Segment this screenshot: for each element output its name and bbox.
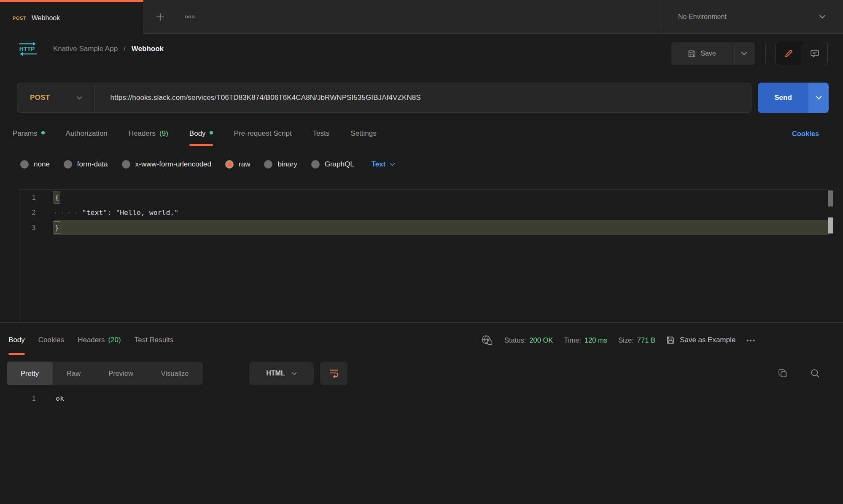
radio-selected-icon bbox=[225, 160, 234, 169]
header-divider bbox=[765, 44, 766, 63]
chevron-down-icon bbox=[819, 15, 826, 19]
body-mode-row: none form-data x-www-form-urlencoded raw… bbox=[20, 151, 395, 178]
method-chevron[interactable] bbox=[76, 96, 82, 100]
response-tab-test-results[interactable]: Test Results bbox=[135, 325, 174, 355]
whitespace-dots: ···· bbox=[54, 209, 81, 217]
mode-binary[interactable]: binary bbox=[264, 160, 297, 169]
body-dot bbox=[210, 131, 213, 134]
radio-icon bbox=[122, 160, 130, 169]
save-options-button[interactable] bbox=[733, 42, 755, 65]
view-visualize[interactable]: Visualize bbox=[147, 362, 203, 385]
line-number: 2 bbox=[0, 209, 36, 217]
mode-form-data[interactable]: form-data bbox=[64, 160, 108, 169]
line-number: 1 bbox=[0, 394, 36, 402]
save-icon bbox=[688, 50, 696, 58]
send-button[interactable]: Send bbox=[758, 83, 808, 113]
time-label: Time: bbox=[564, 336, 581, 344]
bracket-match: { bbox=[54, 191, 60, 204]
mode-graphql[interactable]: GraphQL bbox=[311, 160, 354, 169]
status-value: 200 OK bbox=[529, 336, 553, 344]
view-preview[interactable]: Preview bbox=[94, 362, 147, 385]
radio-icon bbox=[64, 160, 72, 169]
response-headers-count: (20) bbox=[108, 336, 121, 344]
editor-cursor-marker[interactable] bbox=[828, 217, 833, 233]
response-options-button[interactable]: ••• bbox=[746, 337, 756, 344]
plus-icon bbox=[156, 12, 165, 21]
save-split-button: Save bbox=[671, 42, 755, 65]
copy-icon bbox=[778, 369, 787, 378]
status-indicator: Status: 200 OK bbox=[504, 336, 553, 344]
save-icon bbox=[666, 336, 675, 344]
cookies-link[interactable]: Cookies bbox=[792, 121, 819, 146]
right-pane-toggle-group bbox=[776, 42, 828, 65]
protocol-badge-text: HTTP bbox=[19, 46, 35, 52]
editor-line: 1 { bbox=[0, 190, 829, 205]
mode-raw[interactable]: raw bbox=[225, 160, 250, 169]
request-tabs: Params Authorization Headers (9) Body Pr… bbox=[13, 121, 377, 146]
request-tab[interactable]: POST Webhook bbox=[0, 0, 143, 34]
request-body-editor[interactable]: 1 { 2 ···· "text": "Hello, world." 3 } bbox=[0, 190, 829, 235]
status-label: Status: bbox=[504, 336, 526, 344]
wrap-text-icon bbox=[329, 369, 339, 378]
line-number: 3 bbox=[0, 224, 36, 232]
view-raw[interactable]: Raw bbox=[53, 362, 94, 385]
save-button[interactable]: Save bbox=[671, 42, 733, 65]
chevron-down-icon bbox=[76, 96, 82, 100]
response-body-text: ok bbox=[56, 394, 64, 402]
language-selector[interactable]: Text bbox=[372, 160, 396, 169]
documentation-edit-button[interactable] bbox=[776, 42, 802, 65]
wrap-lines-button[interactable] bbox=[320, 362, 347, 385]
breadcrumb-request[interactable]: Webhook bbox=[132, 45, 164, 53]
chevron-down-icon bbox=[741, 51, 747, 56]
response-body-line[interactable]: 1 ok bbox=[0, 391, 829, 405]
send-options-button[interactable] bbox=[808, 83, 829, 113]
breadcrumb-collection[interactable]: Knative Sample App bbox=[53, 45, 118, 53]
url-input[interactable]: https://hooks.slack.com/services/T06TD83… bbox=[110, 94, 421, 102]
chevron-down-icon bbox=[291, 372, 297, 375]
breadcrumb-separator: / bbox=[124, 45, 126, 53]
search-icon bbox=[811, 369, 820, 378]
url-bar-divider bbox=[94, 83, 94, 113]
copy-response-button[interactable] bbox=[778, 362, 787, 385]
bracket-match: } bbox=[54, 221, 60, 234]
environment-selector[interactable]: No Environment bbox=[678, 0, 727, 34]
tab-pre-request-script[interactable]: Pre-request Script bbox=[234, 121, 292, 146]
response-tabs: Body Cookies Headers (20) Test Results bbox=[8, 325, 173, 355]
save-as-example-button[interactable]: Save as Example bbox=[666, 336, 735, 344]
response-tab-headers[interactable]: Headers (20) bbox=[78, 325, 121, 355]
tab-settings[interactable]: Settings bbox=[350, 121, 376, 146]
tab-params[interactable]: Params bbox=[13, 121, 45, 146]
url-bar: POST https://hooks.slack.com/services/T0… bbox=[17, 83, 751, 113]
response-tab-cookies[interactable]: Cookies bbox=[38, 325, 64, 355]
editor-scrollbar-thumb[interactable] bbox=[828, 190, 833, 206]
response-format-selector[interactable]: HTML bbox=[249, 362, 314, 385]
network-globe-icon[interactable] bbox=[481, 335, 493, 346]
method-selector[interactable]: POST bbox=[30, 94, 50, 102]
response-divider bbox=[0, 322, 843, 323]
time-value: 120 ms bbox=[584, 336, 607, 344]
tab-headers[interactable]: Headers (9) bbox=[129, 121, 168, 146]
new-tab-button[interactable] bbox=[151, 8, 170, 26]
comment-icon bbox=[810, 49, 819, 58]
postman-window: POST Webhook No Environment HTTP Knative bbox=[0, 0, 843, 504]
headers-count: (9) bbox=[159, 129, 168, 138]
tab-authorization[interactable]: Authorization bbox=[66, 121, 108, 146]
tab-options-button[interactable] bbox=[180, 8, 199, 26]
search-response-button[interactable] bbox=[811, 362, 820, 385]
tab-tests[interactable]: Tests bbox=[313, 121, 330, 146]
environment-divider bbox=[660, 0, 660, 34]
response-tab-body[interactable]: Body bbox=[8, 325, 25, 355]
comments-button[interactable] bbox=[802, 42, 828, 65]
mode-none[interactable]: none bbox=[20, 160, 50, 169]
radio-icon bbox=[264, 160, 272, 169]
mode-x-www-form-urlencoded[interactable]: x-www-form-urlencoded bbox=[122, 160, 211, 169]
code-text: "text": "Hello, world." bbox=[82, 209, 178, 217]
more-options-icon bbox=[185, 15, 195, 19]
radio-icon bbox=[311, 160, 320, 169]
view-pretty[interactable]: Pretty bbox=[7, 362, 53, 385]
radio-icon bbox=[20, 160, 29, 169]
environment-chevron[interactable] bbox=[819, 0, 826, 34]
tab-body[interactable]: Body bbox=[189, 121, 213, 146]
chevron-down-icon bbox=[390, 163, 395, 166]
editor-line-active: 3 } bbox=[0, 220, 829, 235]
